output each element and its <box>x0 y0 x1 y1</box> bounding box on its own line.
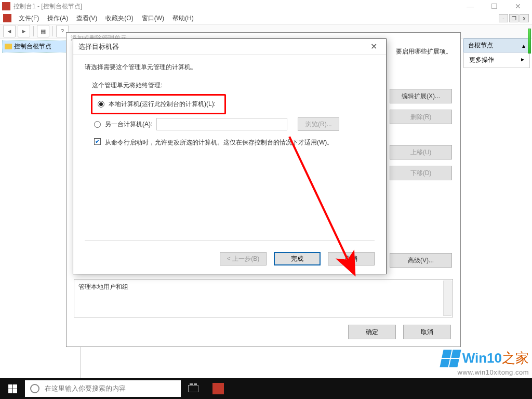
mmc-icon <box>212 383 224 394</box>
actions-more[interactable]: 更多操作 ▸ <box>463 52 530 68</box>
finish-button[interactable]: 完成 <box>274 252 321 265</box>
scrollbar[interactable] <box>443 281 451 316</box>
dialog-body: 请选择需要这个管理单元管理的计算机。 这个管理单元将始终管理: 本地计算机(运行… <box>73 55 386 155</box>
maximize-button[interactable]: ☐ <box>482 1 506 12</box>
separator <box>52 26 53 36</box>
more-actions-label: 更多操作 <box>469 56 494 64</box>
cancel-button[interactable]: 取消 <box>328 252 375 265</box>
radio-other-label: 另一台计算机(A): <box>105 120 152 129</box>
search-box[interactable]: 在这里输入你要搜索的内容 <box>25 380 181 397</box>
windows-icon <box>8 384 17 393</box>
mdi-min[interactable]: - <box>499 14 508 22</box>
select-target-dialog: 选择目标机器 ✕ 请选择需要这个管理单元管理的计算机。 这个管理单元将始终管理:… <box>73 38 387 274</box>
brand-part2: 之家 <box>502 350 529 366</box>
mdi-close[interactable]: x <box>520 14 529 22</box>
move-up-button: 上移(U) <box>390 145 452 159</box>
windows-icon <box>440 350 461 367</box>
allow-change-row: ✔ 从命令行启动时，允许更改所选的计算机。这仅在保存控制台的情况下才适用(W)。 <box>94 138 375 147</box>
brand-part1: Win10 <box>462 350 502 366</box>
ok-button[interactable]: 确定 <box>348 325 396 339</box>
minimize-button[interactable]: — <box>458 1 482 12</box>
allow-change-checkbox[interactable]: ✔ <box>94 138 101 145</box>
chevron-right-icon: ▸ <box>521 56 524 64</box>
menu-help[interactable]: 帮助(H) <box>169 13 197 24</box>
bg-side-buttons: 编辑扩展(X)... 删除(R) 上移(U) 下移(D) 高级(V)... <box>390 89 452 268</box>
actions-pane: 台根节点 ▴ 更多操作 ▸ <box>463 38 530 68</box>
radio-local[interactable] <box>98 101 104 108</box>
edit-extensions-button[interactable]: 编辑扩展(X)... <box>390 89 452 103</box>
browse-button: 浏览(R)... <box>298 117 339 131</box>
dialog-title: 选择目标机器 <box>78 42 119 51</box>
app-icon <box>2 2 10 10</box>
actions-header: 台根节点 ▴ <box>463 38 530 52</box>
back-button[interactable]: ◄ <box>3 25 16 37</box>
highlight-box: 本地计算机(运行此控制台的计算机)(L): <box>91 94 226 114</box>
dialog-close-button[interactable]: ✕ <box>366 42 381 51</box>
search-placeholder: 在这里输入你要搜索的内容 <box>45 384 126 393</box>
menu-bar: 文件(F) 操作(A) 查看(V) 收藏夹(O) 窗口(W) 帮助(H) - ❐… <box>0 12 532 24</box>
cortana-icon <box>30 384 39 393</box>
show-hide-button[interactable]: ▦ <box>37 25 49 37</box>
mdi-controls: - ❐ x <box>499 14 529 22</box>
task-view-button[interactable] <box>181 378 206 399</box>
taskview-icon <box>188 385 198 392</box>
forward-button[interactable]: ► <box>18 25 30 37</box>
prompt-text: 请选择需要这个管理单元管理的计算机。 <box>85 63 375 72</box>
radio-other[interactable] <box>94 121 101 128</box>
bg-bottom-buttons: 确定 取消 <box>348 325 451 339</box>
window-controls: — ☐ ✕ <box>458 1 530 12</box>
description-text: 管理本地用户和组 <box>78 283 128 290</box>
taskbar: 在这里输入你要搜索的内容 <box>0 378 532 399</box>
group-label: 这个管理单元将始终管理: <box>92 81 375 90</box>
delete-button: 删除(R) <box>390 110 452 124</box>
cancel-button[interactable]: 取消 <box>403 325 451 339</box>
folder-icon <box>5 44 12 49</box>
mdi-restore[interactable]: ❐ <box>509 14 518 22</box>
description-box: 管理本地用户和组 <box>74 279 453 317</box>
taskbar-app-mmc[interactable] <box>206 378 231 399</box>
dialog-button-row: < 上一步(B) 完成 取消 <box>220 252 375 265</box>
radio-other-row: 另一台计算机(A): 浏览(R)... <box>94 117 375 131</box>
dialog-titlebar: 选择目标机器 ✕ <box>73 39 386 55</box>
radio-local-label: 本地计算机(运行此控制台的计算机)(L): <box>109 100 216 109</box>
tree-root-label: 控制台根节点 <box>14 42 51 51</box>
menu-window[interactable]: 窗口(W) <box>139 13 167 24</box>
menu-action[interactable]: 操作(A) <box>44 13 71 24</box>
chevron-up-icon[interactable]: ▴ <box>522 42 525 49</box>
bg-hint: 要启用哪些扩展项。 <box>396 47 452 56</box>
doc-icon <box>3 14 11 22</box>
separator-line <box>85 240 375 241</box>
menu-file[interactable]: 文件(F) <box>16 13 42 24</box>
watermark-url: www.win10xitong.com <box>442 368 529 376</box>
watermark: Win10之家 www.win10xitong.com <box>442 349 529 376</box>
advanced-button[interactable]: 高级(V)... <box>390 253 452 268</box>
allow-change-label: 从命令行启动时，允许更改所选的计算机。这仅在保存控制台的情况下才适用(W)。 <box>105 138 333 147</box>
title-bar: 控制台1 - [控制台根节点] — ☐ ✕ <box>0 0 532 12</box>
separator <box>33 26 34 36</box>
start-button[interactable] <box>0 378 25 399</box>
back-button: < 上一步(B) <box>220 252 267 265</box>
actions-title: 台根节点 <box>468 41 493 50</box>
menu-view[interactable]: 查看(V) <box>73 13 100 24</box>
other-computer-input[interactable] <box>156 118 287 130</box>
close-button[interactable]: ✕ <box>506 1 530 12</box>
recorder-indicator <box>528 29 531 54</box>
watermark-logo: Win10之家 <box>442 349 529 367</box>
window-title: 控制台1 - [控制台根节点] <box>14 2 458 11</box>
move-down-button: 下移(D) <box>390 166 452 180</box>
menu-favorites[interactable]: 收藏夹(O) <box>102 13 136 24</box>
